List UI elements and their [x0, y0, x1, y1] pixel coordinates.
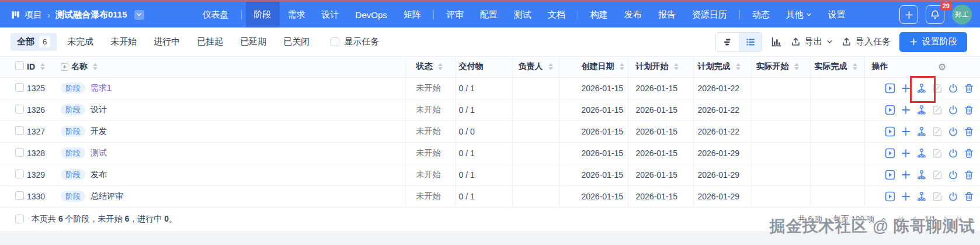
sort-icon[interactable] [794, 63, 799, 70]
create-task-icon[interactable] [901, 170, 911, 180]
nav-item-7[interactable]: 配置 [472, 2, 506, 27]
filter-tab-0[interactable]: 全部 6 [11, 33, 57, 51]
subdivide-stage-icon[interactable] [916, 83, 927, 94]
stage-name-link[interactable]: 开发 [91, 126, 107, 136]
global-add-button[interactable] [899, 5, 918, 24]
import-tasks-button[interactable]: 导入任务 [842, 36, 891, 47]
subdivide-stage-icon[interactable] [916, 191, 927, 202]
chart-view-icon[interactable] [771, 36, 782, 47]
nav-item-1[interactable]: 阶段 [246, 2, 280, 27]
start-stage-icon[interactable] [885, 105, 895, 115]
next-page-icon[interactable] [942, 216, 949, 223]
activate-icon[interactable] [948, 191, 958, 202]
column-header-owner[interactable]: 负责人 [512, 57, 559, 77]
table-row[interactable]: 1329 阶段发布 未开始 0 / 1 2026-01-15 2026-01-1… [0, 164, 980, 185]
nav-item-11[interactable]: 发布 [616, 2, 650, 27]
create-task-icon[interactable] [901, 148, 911, 158]
export-button[interactable]: 导出 [791, 36, 833, 47]
sort-icon[interactable] [93, 63, 98, 70]
nav-item-10[interactable]: 构建 [582, 2, 616, 27]
edit-icon[interactable] [932, 148, 943, 158]
table-row[interactable]: 1327 阶段开发 未开始 0 / 0 2026-01-15 2026-01-1… [0, 120, 980, 142]
delete-icon[interactable] [964, 105, 974, 115]
column-header-deliverable[interactable]: 交付物 [456, 57, 512, 77]
create-task-icon[interactable] [901, 105, 911, 115]
delete-icon[interactable] [964, 148, 974, 158]
stage-name-link[interactable]: 需求1 [91, 83, 112, 92]
nav-item-5[interactable]: 矩阵 [395, 2, 429, 27]
delete-icon[interactable] [964, 191, 974, 202]
start-stage-icon[interactable] [885, 126, 895, 137]
activate-icon[interactable] [948, 126, 958, 137]
sort-icon[interactable] [548, 63, 553, 70]
column-header-actual-start[interactable]: 实际开始 [752, 57, 810, 77]
edit-icon[interactable] [932, 191, 943, 202]
table-row[interactable]: 1328 阶段测试 未开始 0 / 1 2026-01-15 2026-01-1… [0, 142, 980, 164]
sort-icon[interactable] [40, 63, 45, 70]
delete-icon[interactable] [964, 170, 974, 180]
breadcrumb-project-name[interactable]: 测试融合瀑布0115 [55, 9, 127, 20]
table-row[interactable]: 1325 阶段需求1 未开始 0 / 1 2026-01-15 2026-01-… [0, 77, 980, 99]
start-stage-icon[interactable] [885, 83, 895, 94]
nav-item-3[interactable]: 设计 [314, 2, 347, 27]
activate-icon[interactable] [948, 148, 958, 158]
column-header-plan-start[interactable]: 计划开始 [628, 57, 693, 77]
sort-icon[interactable] [736, 63, 741, 70]
subdivide-stage-icon[interactable] [916, 170, 927, 180]
row-checkbox[interactable] [15, 191, 24, 200]
show-tasks-checkbox[interactable] [331, 37, 339, 46]
subdivide-stage-icon[interactable] [916, 126, 927, 137]
expand-all-icon[interactable]: + [61, 63, 68, 71]
notifications-bell-icon[interactable]: 29 [926, 5, 944, 24]
row-checkbox[interactable] [15, 83, 24, 92]
table-row[interactable]: 1330 阶段总结评审 未开始 0 / 1 2026-01-15 2026-01… [0, 185, 980, 207]
last-page-icon[interactable] [955, 216, 962, 223]
sort-icon[interactable] [620, 63, 624, 70]
delete-icon[interactable] [964, 126, 974, 137]
start-stage-icon[interactable] [885, 170, 895, 180]
filter-tab-3[interactable]: 进行中 [147, 33, 186, 51]
subdivide-stage-icon[interactable] [916, 148, 927, 158]
pager-per-page[interactable]: ，每页 100 项 [825, 214, 874, 225]
row-checkbox[interactable] [15, 105, 24, 113]
nav-item-6[interactable]: 评审 [438, 2, 472, 27]
nav-item-16[interactable]: 设置 [820, 2, 854, 27]
column-header-name[interactable]: + 名称 [61, 57, 405, 77]
edit-icon[interactable] [932, 170, 943, 180]
activate-icon[interactable] [948, 83, 958, 94]
create-task-icon[interactable] [901, 126, 911, 137]
column-header-id[interactable]: ID [27, 57, 61, 77]
filter-tab-6[interactable]: 已关闭 [277, 33, 316, 51]
column-header-status[interactable]: 状态 [405, 57, 456, 77]
delete-icon[interactable] [964, 83, 974, 94]
nav-item-9[interactable]: 文档 [540, 2, 574, 27]
row-checkbox[interactable] [15, 126, 24, 135]
footer-checkbox[interactable] [15, 215, 24, 223]
nav-item-13[interactable]: 资源日历 [684, 2, 735, 27]
user-avatar[interactable]: 郑工 [952, 5, 972, 25]
activate-icon[interactable] [948, 105, 958, 115]
filter-tab-1[interactable]: 未完成 [61, 33, 100, 51]
prev-page-icon[interactable] [911, 216, 918, 223]
nav-item-4[interactable]: DevOps [347, 2, 395, 27]
column-header-created[interactable]: 创建日期 [559, 57, 628, 77]
nav-item-8[interactable]: 测试 [506, 2, 540, 27]
sort-icon[interactable] [853, 63, 857, 70]
nav-item-14[interactable]: 动态 [744, 2, 778, 27]
project-switcher-chevron-icon[interactable] [134, 10, 144, 20]
sort-icon[interactable] [674, 63, 679, 70]
start-stage-icon[interactable] [885, 191, 895, 202]
nav-item-2[interactable]: 需求 [280, 2, 314, 27]
setup-stage-button[interactable]: 设置阶段 [899, 32, 967, 52]
breadcrumb-root[interactable]: 项目 [25, 9, 42, 20]
table-settings-gear-icon[interactable]: ⚙ [938, 61, 946, 73]
create-task-icon[interactable] [901, 191, 911, 202]
column-header-actual-end[interactable]: 实际完成 [810, 57, 864, 77]
nav-item-15[interactable]: 其他 [778, 2, 820, 27]
filter-tab-4[interactable]: 已挂起 [190, 33, 230, 51]
list-view-icon[interactable] [739, 33, 762, 51]
table-row[interactable]: 1326 阶段设计 未开始 0 / 1 2026-01-15 2026-01-1… [0, 99, 980, 120]
first-page-icon[interactable] [898, 216, 905, 223]
sort-icon[interactable] [438, 63, 443, 70]
start-stage-icon[interactable] [885, 148, 895, 158]
